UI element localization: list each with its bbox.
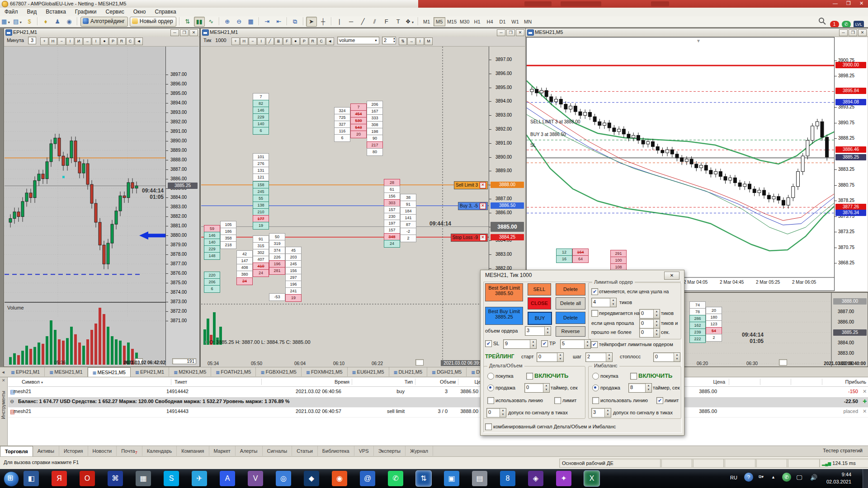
takeprofit-checkbox[interactable]: ✔ (591, 341, 598, 348)
indicator-close-icon[interactable]: ✕ (204, 339, 209, 345)
combined-checkbox[interactable] (485, 423, 492, 430)
chart-mini-button[interactable]: M (425, 38, 433, 45)
toolbar-button[interactable]: ∿ (206, 17, 217, 27)
order-volume-spinner[interactable]: 3▲▼ (525, 326, 551, 336)
imb-tolerance-spinner[interactable]: 3▲▼ (591, 408, 611, 418)
delta-timer-spinner[interactable]: 0▲▼ (524, 383, 550, 393)
taskbar-app-16[interactable]: ▤ (472, 471, 487, 486)
toolbar-button[interactable]: ➤ (306, 17, 317, 27)
toolbox-tab-История[interactable]: История (59, 446, 88, 456)
toolbox-tab-Алерты[interactable]: Алерты (236, 446, 263, 456)
timeframe-H4[interactable]: H4 (484, 17, 496, 26)
taskbar-app-7[interactable]: A (220, 471, 235, 486)
delta-limit-checkbox[interactable] (554, 397, 561, 404)
strategy-tester-label[interactable]: Тестер стратегий (823, 448, 863, 453)
show-desktop-button[interactable] (863, 469, 868, 488)
order-close-icon[interactable]: ✕ (480, 182, 486, 188)
tray-expand-icon[interactable]: ▲ (771, 475, 775, 488)
taskbar-app-3[interactable]: ⌘ (108, 471, 123, 486)
chart-tab-M2KH21,M5[interactable]: ▦ M2KH21,M5 (169, 367, 211, 376)
toolbox-tab-Сигналы[interactable]: Сигналы (263, 446, 292, 456)
chart-mini-button[interactable]: R (118, 38, 126, 45)
taskbar-app-17[interactable]: 8 (500, 471, 515, 486)
sl-checkbox[interactable]: ✔ (485, 340, 492, 347)
chart-tab-MESH21,M5[interactable]: ▦ MESH21,M5 (88, 367, 131, 377)
column-header-Время[interactable]: Время (295, 377, 349, 386)
passed-ticks-spinner[interactable]: 0▲▼ (639, 319, 660, 328)
move-checkbox[interactable] (591, 310, 598, 317)
delta-buy-radio[interactable] (487, 373, 494, 380)
chart-mini-button[interactable]: − (57, 38, 66, 45)
toolbox-tab-Статьи[interactable]: Статьи (292, 446, 318, 456)
toolbox-tab-Активы[interactable]: Активы (33, 446, 59, 456)
taskbar-app-20[interactable]: X (584, 471, 599, 486)
toolbox-tab-VPS[interactable]: VPS (354, 446, 374, 456)
toolbar-button[interactable]: ♟ (52, 17, 63, 27)
toolbox-tab-Новости[interactable]: Новости (88, 446, 117, 456)
toolbox-tab-Календарь[interactable]: Календарь (142, 446, 177, 456)
delta-tolerance-spinner[interactable]: 0▲▼ (486, 408, 506, 418)
menu-item-Сервис[interactable]: Сервис (101, 8, 129, 16)
maximize-icon[interactable]: ❒ (506, 29, 515, 36)
chart-mini-button[interactable]: C (126, 38, 134, 45)
best-buy-limit-button[interactable]: Best Buy Limit3885.25 (485, 307, 523, 325)
order-close-icon[interactable]: ✕ (480, 235, 486, 241)
order-line-label[interactable]: Stop Loss -9✕ (451, 234, 488, 242)
order-close-icon[interactable]: ✕ (480, 203, 486, 209)
chart-mini-button[interactable]: ╱ (266, 38, 274, 45)
chart-mini-button[interactable]: ● (292, 38, 300, 45)
taskbar-app-6[interactable]: ✈ (192, 471, 207, 486)
chart-mini-button[interactable]: H (240, 38, 248, 45)
imb-buy-radio[interactable] (592, 373, 599, 380)
taskbar-app-4[interactable]: ▦ (136, 471, 151, 486)
timeframe-M1[interactable]: M1 (421, 17, 433, 26)
menu-item-Графики[interactable]: Графики (71, 8, 101, 16)
chart-tab-FOATH21,M5[interactable]: ▦ FOATH21,M5 (211, 367, 256, 376)
timeframe-M5[interactable]: M5 (434, 17, 445, 26)
close-icon[interactable]: ✕ (858, 29, 867, 36)
taskbar-app-0[interactable]: ◧ (24, 471, 39, 486)
toolbar-button[interactable]: ▮▮ (194, 17, 205, 27)
toolbar-button[interactable]: ⊕ (222, 17, 233, 27)
column-header-Цена[interactable]: Цена (432, 377, 486, 386)
order-line-label[interactable]: Sell Limit 3✕ (454, 181, 488, 189)
tab-scroll-left-icon[interactable]: ◂ (0, 367, 6, 376)
minimize-icon[interactable]: ─ (839, 29, 848, 36)
toolbar-button[interactable]: ❘ (334, 17, 345, 27)
imb-timer-spinner[interactable]: 8▲▼ (628, 383, 652, 393)
column-header-Символ[interactable]: Символ ▼ (22, 377, 44, 386)
trailing-start-spinner[interactable]: 0▲▼ (537, 352, 564, 362)
tray-clock[interactable]: 9:4402.03.2021 (826, 471, 851, 488)
network-tray-icon[interactable]: 🖵 (797, 474, 802, 488)
order-line-label[interactable]: Buy 3, -5✕ (458, 202, 488, 210)
tray-app-icon[interactable]: ✆ (782, 473, 791, 482)
timeframe-M30[interactable]: M30 (459, 17, 471, 26)
right-chart-area[interactable]: SELL LIMIT 3 at 3888.00BUY 3 at 3886.50S… (526, 37, 835, 291)
toolbar-button[interactable]: T (393, 17, 404, 27)
chart-mini-button[interactable]: F (283, 38, 291, 45)
help-tray-icon[interactable]: ? (744, 473, 753, 482)
toolbar-button[interactable]: ⇅ (182, 17, 193, 27)
imb-sell-radio[interactable] (592, 385, 599, 391)
chart-mini-button[interactable]: ● (100, 38, 108, 45)
start-button[interactable] (4, 471, 19, 487)
imb-useline-checkbox[interactable] (592, 397, 599, 404)
imb-enable-checkbox[interactable] (630, 373, 637, 380)
taskbar-app-2[interactable]: O (80, 471, 95, 486)
row-close-icon[interactable]: ✕ (863, 408, 867, 414)
status-profile[interactable]: Основной рабочий ДЕ (559, 459, 662, 468)
collapse-icon[interactable]: ⊖ (10, 399, 14, 404)
axis-scroll-box[interactable] (415, 359, 424, 366)
chart-mini-button[interactable]: − (249, 38, 257, 45)
toolbox-tab-Компания[interactable]: Компания (177, 446, 209, 456)
search-icon[interactable] (818, 17, 827, 26)
taskbar-app-18[interactable]: ◈ (528, 471, 543, 486)
row-close-icon[interactable]: ✕ (863, 389, 867, 394)
close-icon[interactable]: ✕ (516, 29, 524, 36)
toolbox-tab-Библиотека[interactable]: Библиотека (318, 446, 354, 456)
toolbar-button[interactable]: ─ (346, 17, 357, 27)
maximize-icon[interactable]: ❒ (180, 29, 189, 36)
reverse-button[interactable]: Reverse (556, 326, 585, 337)
menu-item-Окно[interactable]: Окно (129, 8, 151, 16)
toolbar-button[interactable]: $ (24, 17, 35, 27)
